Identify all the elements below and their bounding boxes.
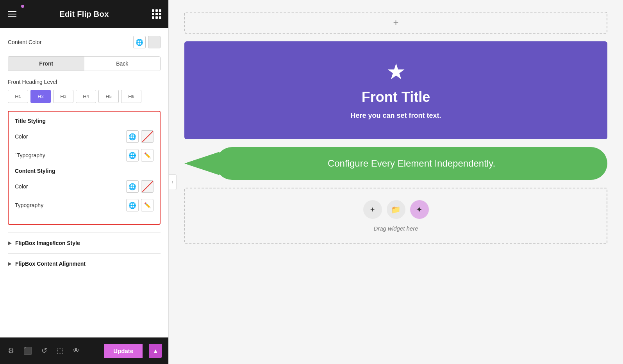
- sidebar-footer: ⚙ ⬛ ↺ ⬚ 👁 Update ▲: [0, 337, 168, 364]
- h6-btn[interactable]: H6: [121, 90, 141, 103]
- speech-bubble-row: Configure Every Element Independently.: [184, 147, 607, 180]
- sidebar-title: Edit Flip Box: [59, 10, 109, 19]
- tab-back[interactable]: Back: [84, 57, 161, 71]
- title-color-globe-btn[interactable]: 🌐: [126, 130, 139, 143]
- hamburger-menu-icon[interactable]: [8, 11, 16, 17]
- accordion-arrow-icon: ▶: [8, 240, 11, 246]
- drop-zone-text: Drag widget here: [373, 225, 418, 232]
- accordion-image-icon-style-header[interactable]: ▶ FlipBox Image/Icon Style: [8, 240, 161, 246]
- title-typography-label: `Typography: [15, 152, 45, 158]
- speech-bubble-text: Configure Every Element Independently.: [328, 158, 495, 169]
- content-typography-controls: 🌐 ✏️: [126, 199, 154, 211]
- eye-icon[interactable]: 👁: [71, 345, 81, 357]
- title-typography-controls: 🌐 ✏️: [126, 149, 154, 162]
- title-styling-heading: Title Styling: [15, 118, 154, 124]
- collapse-handle[interactable]: ‹: [169, 174, 177, 190]
- h1-btn[interactable]: H1: [8, 90, 28, 103]
- sidebar-header: Edit Flip Box: [0, 0, 168, 28]
- add-row[interactable]: +: [184, 12, 607, 34]
- folder-widget-btn[interactable]: 📁: [387, 200, 405, 219]
- history-icon[interactable]: ↺: [40, 345, 49, 357]
- accordion-content-alignment[interactable]: ▶ FlipBox Content Alignment: [8, 253, 161, 274]
- content-color-label2: Color: [15, 183, 28, 190]
- purple-dot: [21, 5, 24, 8]
- tab-front[interactable]: Front: [8, 57, 84, 71]
- h5-btn[interactable]: H5: [98, 90, 119, 103]
- title-color-controls: 🌐: [126, 130, 154, 143]
- flipbox-star-icon: ★: [386, 61, 406, 83]
- sidebar: Edit Flip Box Content Color 🌐 Front Back…: [0, 0, 169, 364]
- add-widget-btn[interactable]: +: [363, 200, 382, 219]
- title-color-slash[interactable]: [141, 130, 154, 143]
- content-typography-edit-btn[interactable]: ✏️: [141, 199, 154, 211]
- flipbox-text: Here you can set front text.: [350, 112, 441, 120]
- title-color-row: Color 🌐: [15, 130, 154, 143]
- drop-zone: + 📁 ✦ Drag widget here: [184, 188, 607, 244]
- layers-icon[interactable]: ⬛: [22, 345, 34, 357]
- content-color-globe-btn[interactable]: 🌐: [133, 36, 146, 48]
- main-canvas: ‹ + ★ Front Title Here you can set front…: [169, 0, 623, 364]
- content-color-controls2: 🌐: [126, 180, 154, 193]
- flipbox-title: Front Title: [362, 89, 430, 105]
- add-row-icon: +: [393, 17, 398, 28]
- update-button[interactable]: Update: [104, 344, 143, 358]
- duplicate-icon[interactable]: ⬚: [55, 345, 65, 357]
- accordion-alignment-label: FlipBox Content Alignment: [15, 261, 86, 267]
- title-typography-edit-btn[interactable]: ✏️: [141, 149, 154, 162]
- styling-section: Title Styling Color 🌐 `Typography 🌐 ✏️ C…: [8, 111, 161, 225]
- accordion-alignment-arrow-icon: ▶: [8, 261, 11, 266]
- accordion-image-icon-style[interactable]: ▶ FlipBox Image/Icon Style: [8, 233, 161, 253]
- content-typography-label: Typography: [15, 202, 43, 208]
- front-back-tabs: Front Back: [8, 56, 161, 71]
- speech-bubble: Configure Every Element Independently.: [216, 147, 607, 180]
- content-color-swatch[interactable]: [148, 36, 161, 48]
- sparkle-widget-btn[interactable]: ✦: [410, 200, 429, 219]
- content-typography-row: Typography 🌐 ✏️: [15, 199, 154, 211]
- title-typography-row: `Typography 🌐 ✏️: [15, 149, 154, 162]
- h2-btn[interactable]: H2: [30, 90, 51, 103]
- sidebar-content: Content Color 🌐 Front Back Front Heading…: [0, 28, 168, 337]
- title-typography-globe-btn[interactable]: 🌐: [126, 149, 139, 162]
- update-chevron-button[interactable]: ▲: [149, 344, 162, 358]
- content-color-slash[interactable]: [141, 180, 154, 193]
- front-heading-level-label: Front Heading Level: [8, 79, 161, 85]
- content-color-controls: 🌐: [133, 36, 161, 48]
- heading-levels: H1 H2 H3 H4 H5 H6: [8, 90, 161, 103]
- content-color-row2: Color 🌐: [15, 180, 154, 193]
- flipbox-preview: ★ Front Title Here you can set front tex…: [184, 41, 607, 139]
- h4-btn[interactable]: H4: [76, 90, 96, 103]
- content-color-globe-btn2[interactable]: 🌐: [126, 180, 139, 193]
- grid-icon[interactable]: [152, 9, 161, 19]
- content-styling-heading: Content Styling: [15, 168, 154, 174]
- content-color-row: Content Color 🌐: [8, 36, 161, 48]
- content-color-label: Content Color: [8, 39, 41, 45]
- canvas-content: + ★ Front Title Here you can set front t…: [169, 0, 623, 364]
- content-typography-globe-btn[interactable]: 🌐: [126, 199, 139, 211]
- settings-icon[interactable]: ⚙: [6, 345, 16, 357]
- accordion-image-icon-label: FlipBox Image/Icon Style: [15, 240, 80, 246]
- title-color-label: Color: [15, 133, 28, 140]
- h3-btn[interactable]: H3: [53, 90, 73, 103]
- drop-zone-icons: + 📁 ✦: [363, 200, 429, 219]
- accordion-content-alignment-header[interactable]: ▶ FlipBox Content Alignment: [8, 261, 161, 267]
